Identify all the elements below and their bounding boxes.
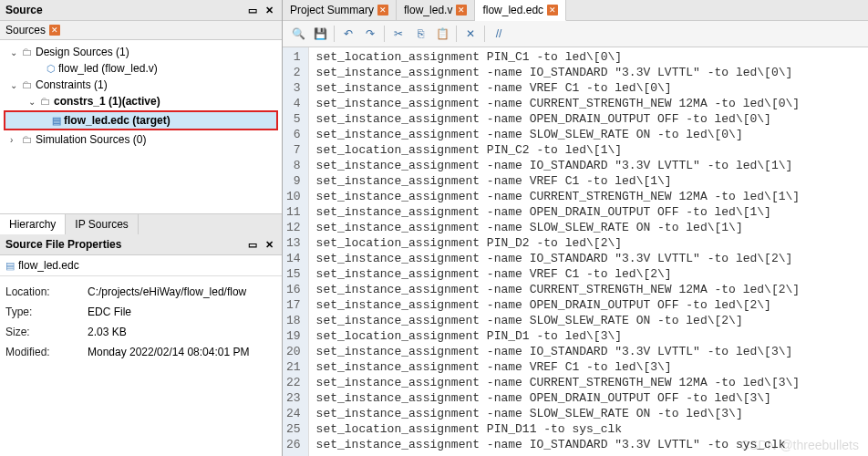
prop-modified-label: Modified: <box>5 346 88 358</box>
line-number: 11 <box>286 204 301 220</box>
prop-type-val: EDC File <box>88 306 131 318</box>
redo-icon[interactable]: ↷ <box>360 24 380 44</box>
chevron-down-icon[interactable]: ⌄ <box>28 97 37 107</box>
sources-label: Sources <box>5 24 46 36</box>
search-icon[interactable]: 🔍 <box>288 24 308 44</box>
line-number: 18 <box>286 313 301 328</box>
copy-icon[interactable]: ⎘ <box>410 24 430 44</box>
code-line[interactable]: set_instance_assignment -name IO_STANDAR… <box>316 437 801 452</box>
close-icon[interactable]: ✕ <box>456 5 467 16</box>
verilog-icon: ⬡ <box>46 63 56 75</box>
code-line[interactable]: set_instance_assignment -name OPEN_DRAIN… <box>316 297 801 313</box>
source-panel-header: Source ▭ ✕ <box>0 0 282 21</box>
code-line[interactable]: set_location_assignment PIN_C1 -to led\[… <box>316 49 801 65</box>
sources-sub-header: Sources ✕ <box>0 21 282 40</box>
undo-icon[interactable]: ↶ <box>338 24 358 44</box>
comment-icon[interactable]: // <box>489 24 509 44</box>
code-line[interactable]: set_location_assignment PIN_D1 -to led\[… <box>316 328 801 344</box>
line-number: 19 <box>286 328 301 344</box>
chevron-down-icon[interactable]: ⌄ <box>10 80 19 90</box>
tree-sim-sources[interactable]: › 🗀 Simulation Sources (0) <box>0 131 282 148</box>
code-line[interactable]: set_instance_assignment -name VREF C1 -t… <box>316 359 801 375</box>
editor-tabs: Project Summary ✕ flow_led.v ✕ flow_led.… <box>283 0 868 21</box>
code-line[interactable]: set_instance_assignment -name VREF C1 -t… <box>316 80 801 96</box>
tree-constraints[interactable]: ⌄ 🗀 Constraints (1) <box>0 77 282 93</box>
line-number: 26 <box>286 437 301 452</box>
code-line[interactable]: set_instance_assignment -name CURRENT_ST… <box>316 96 801 111</box>
delete-icon[interactable]: ✕ <box>460 24 480 44</box>
code-line[interactable]: set_instance_assignment -name IO_STANDAR… <box>316 251 801 266</box>
save-icon[interactable]: 💾 <box>310 24 330 44</box>
tab-hierarchy[interactable]: Hierarchy <box>0 214 66 234</box>
line-number: 12 <box>286 220 301 235</box>
tree-flow-led-v[interactable]: ⬡ flow_led (flow_led.v) <box>0 60 282 77</box>
line-number: 10 <box>286 189 301 204</box>
line-number: 22 <box>286 375 301 390</box>
chevron-down-icon[interactable]: ⌄ <box>10 47 19 57</box>
code-line[interactable]: set_instance_assignment -name CURRENT_ST… <box>316 282 801 297</box>
props-file-row: ▤ flow_led.edc <box>0 255 282 276</box>
close-icon[interactable]: ✕ <box>377 5 388 16</box>
source-title: Source <box>5 4 43 16</box>
prop-type-label: Type: <box>5 306 88 318</box>
line-number: 8 <box>286 158 301 173</box>
code-line[interactable]: set_instance_assignment -name SLOW_SLEW_… <box>316 313 801 328</box>
line-number: 7 <box>286 142 301 158</box>
line-number: 14 <box>286 251 301 266</box>
code-editor[interactable]: 1234567891011121314151617181920212223242… <box>283 47 868 456</box>
editor-toolbar: 🔍 💾 ↶ ↷ ✂ ⎘ 📋 ✕ // <box>283 21 868 47</box>
close-icon[interactable]: ✕ <box>547 5 558 16</box>
code-content[interactable]: set_location_assignment PIN_C1 -to led\[… <box>309 47 808 456</box>
code-line[interactable]: set_instance_assignment -name SLOW_SLEW_… <box>316 220 801 235</box>
tab-project-summary[interactable]: Project Summary ✕ <box>283 0 397 20</box>
code-line[interactable]: set_instance_assignment -name IO_STANDAR… <box>316 158 801 173</box>
edc-file-icon: ▤ <box>5 260 15 272</box>
code-line[interactable]: set_instance_assignment -name SLOW_SLEW_… <box>316 406 801 421</box>
line-number: 13 <box>286 235 301 251</box>
code-line[interactable]: set_instance_assignment -name OPEN_DRAIN… <box>316 111 801 127</box>
prop-size-val: 2.03 KB <box>88 326 127 338</box>
line-number: 5 <box>286 111 301 127</box>
separator <box>384 26 385 42</box>
code-line[interactable]: set_location_assignment PIN_D2 -to led\[… <box>316 235 801 251</box>
code-line[interactable]: set_instance_assignment -name OPEN_DRAIN… <box>316 204 801 220</box>
code-line[interactable]: set_instance_assignment -name OPEN_DRAIN… <box>316 390 801 406</box>
code-line[interactable]: set_location_assignment PIN_C2 -to led\[… <box>316 142 801 158</box>
code-line[interactable]: set_instance_assignment -name CURRENT_ST… <box>316 375 801 390</box>
prop-modified-val: Monday 2022/02/14 08:04:01 PM <box>88 346 249 358</box>
code-line[interactable]: set_instance_assignment -name IO_STANDAR… <box>316 344 801 359</box>
code-line[interactable]: set_location_assignment PIN_D11 -to sys_… <box>316 421 801 437</box>
tab-flow-led-edc[interactable]: flow_led.edc ✕ <box>475 0 566 21</box>
tree-flow-led-edc[interactable]: ▤ flow_led.edc (target) <box>4 110 278 130</box>
close-panel-icon[interactable]: ✕ <box>262 3 276 17</box>
code-line[interactable]: set_instance_assignment -name VREF C1 -t… <box>316 173 801 189</box>
close-panel-icon[interactable]: ✕ <box>262 237 276 252</box>
code-line[interactable]: set_instance_assignment -name CURRENT_ST… <box>316 189 801 204</box>
tab-ip-sources[interactable]: IP Sources <box>66 214 138 234</box>
folder-icon: 🗀 <box>22 133 33 146</box>
chevron-right-icon[interactable]: › <box>10 135 19 145</box>
props-table: Location:C:/projects/eHiWay/flow_led/flo… <box>0 276 282 368</box>
prop-size-label: Size: <box>5 326 88 338</box>
code-line[interactable]: set_instance_assignment -name IO_STANDAR… <box>316 65 801 80</box>
separator <box>334 26 335 42</box>
line-number: 16 <box>286 282 301 297</box>
props-title: Source File Properties <box>5 238 121 251</box>
source-tree[interactable]: ⌄ 🗀 Design Sources (1) ⬡ flow_led (flow_… <box>0 40 282 213</box>
separator <box>484 26 485 42</box>
line-number: 15 <box>286 266 301 282</box>
paste-icon[interactable]: 📋 <box>432 24 452 44</box>
code-line[interactable]: set_instance_assignment -name SLOW_SLEW_… <box>316 127 801 142</box>
cut-icon[interactable]: ✂ <box>388 24 408 44</box>
tree-constrs-1[interactable]: ⌄ 🗀 constrs_1 (1)(active) <box>0 93 282 109</box>
minimize-icon[interactable]: ▭ <box>245 3 260 17</box>
code-line[interactable]: set_instance_assignment -name VREF C1 -t… <box>316 266 801 282</box>
line-number: 17 <box>286 297 301 313</box>
tree-design-sources[interactable]: ⌄ 🗀 Design Sources (1) <box>0 44 282 60</box>
tab-flow-led-v[interactable]: flow_led.v ✕ <box>397 0 475 20</box>
props-header: Source File Properties ▭ ✕ <box>0 234 282 255</box>
close-icon[interactable]: ✕ <box>49 25 60 36</box>
line-gutter: 1234567891011121314151617181920212223242… <box>283 47 309 456</box>
minimize-icon[interactable]: ▭ <box>245 237 260 252</box>
folder-icon: 🗀 <box>22 78 33 91</box>
